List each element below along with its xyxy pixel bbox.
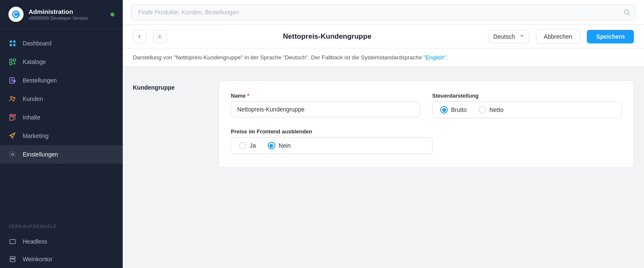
svg-rect-5 [10,59,12,61]
name-label: Name * [231,93,420,99]
svg-rect-4 [13,44,16,46]
form-layout: Kundengruppe Name * Steuerdarstellung [123,67,644,181]
tax-radio-group: Brutto Netto [432,101,622,118]
hide-prices-ja-option[interactable]: Ja [239,142,256,149]
svg-point-19 [159,36,161,37]
page-title: Nettopreis-Kundengruppe [173,32,481,41]
sales-channels-title: Verkaufskanäle [0,216,123,233]
sidebar-item-label: Kataloge [23,58,46,65]
marketing-icon [8,132,17,140]
svg-rect-12 [10,114,16,116]
info-link[interactable]: "English" [424,54,446,61]
language-select[interactable]: Deutsch English [488,30,529,43]
sidebar-item-einstellungen[interactable]: Einstellungen [0,145,123,164]
sidebar-item-label: Inhalte [23,114,40,121]
save-button[interactable]: Speichern [587,30,634,43]
cancel-button[interactable]: Abbrechen [536,29,581,44]
netto-label: Netto [489,106,503,113]
main-content: Nettopreis-Kundengruppe Deutsch English … [123,0,644,268]
sidebar-item-label: Marketing [23,133,48,139]
sidebar-item-dashboard[interactable]: Dashboard [0,34,123,53]
search-input[interactable] [131,4,636,20]
sales-channel-headless[interactable]: Headless [0,233,123,250]
hide-prices-nein-option[interactable]: Nein [268,142,291,149]
svg-rect-13 [10,117,13,120]
sidebar-item-inhalte[interactable]: Inhalte [0,108,123,127]
form-row-hideprices: Preise im Frontend ausblenden Ja Nein [231,128,622,154]
sidebar-item-label: Einstellungen [23,151,58,158]
brutto-radio[interactable] [440,106,448,114]
svg-point-18 [624,10,629,14]
svg-point-11 [13,97,15,99]
ja-radio[interactable] [239,142,246,149]
weinkontor-icon [8,255,17,263]
sidebar-item-label: Dashboard [23,40,52,47]
app-version: v9999999 Developer Version [29,16,88,21]
info-text-before: Darstellung von "Nettopreis-Kundengruppe… [133,54,424,61]
sidebar: Administration v9999999 Developer Versio… [0,0,123,268]
svg-rect-1 [10,40,12,42]
sidebar-item-marketing[interactable]: Marketing [0,127,123,145]
bestellungen-icon [8,76,17,85]
nein-radio[interactable] [268,142,275,149]
brutto-label: Brutto [451,106,467,113]
sidebar-item-label: Kunden [23,96,43,102]
svg-point-10 [11,96,13,98]
sales-channel-weinkontor[interactable]: Weinkontor [0,250,123,268]
sidebar-item-kataloge[interactable]: Kataloge [0,53,123,71]
name-input[interactable] [231,101,420,117]
search-icon[interactable] [623,8,631,16]
app-logo [8,7,24,22]
svg-rect-9 [13,80,16,82]
sales-channels-section: Verkaufskanäle Headless Weinkontor [0,216,123,268]
logo-icon [11,10,21,19]
kataloge-icon [8,58,17,66]
topbar [123,0,644,25]
hide-prices-label: Preise im Frontend ausblenden [231,128,433,135]
tax-field-group: Steuerdarstellung Brutto Netto [432,93,622,118]
page-settings-button[interactable] [153,30,166,43]
info-bar: Darstellung von "Nettopreis-Kundengruppe… [123,48,644,67]
nein-label: Nein [279,142,291,149]
kunden-icon [8,95,17,103]
sidebar-item-kunden[interactable]: Kunden [0,90,123,108]
netto-radio[interactable] [478,106,486,114]
sales-channel-label: Headless [23,238,47,245]
form-row-name-tax: Name * Steuerdarstellung Brutto [231,93,622,118]
hide-prices-radio-group: Ja Nein [231,137,433,154]
info-text-after: . [446,54,448,61]
svg-rect-15 [10,240,16,244]
app-name: Administration [29,8,88,16]
inhalte-icon [8,113,17,122]
form-section-label: Kundengruppe [133,84,175,91]
svg-rect-17 [10,259,15,262]
add-sales-channel-button[interactable] [108,223,114,230]
page-header: Nettopreis-Kundengruppe Deutsch English … [123,25,644,48]
name-field-group: Name * [231,93,420,118]
headless-icon [8,237,17,246]
svg-rect-6 [13,59,16,61]
language-selector-wrap: Deutsch English [488,30,529,43]
sales-channel-label: Weinkontor [23,256,53,263]
sidebar-item-bestellungen[interactable]: Bestellungen [0,71,123,90]
svg-point-0 [12,11,20,18]
dashboard-icon [8,39,17,48]
svg-point-14 [12,154,14,156]
app-info: Administration v9999999 Developer Versio… [29,8,88,21]
einstellungen-icon [8,150,17,159]
svg-rect-2 [13,40,16,42]
hide-prices-group: Preise im Frontend ausblenden Ja Nein [231,128,433,154]
form-section-label-col: Kundengruppe [133,80,209,91]
tax-label: Steuerdarstellung [432,93,622,99]
sidebar-header: Administration v9999999 Developer Versio… [0,0,123,29]
online-indicator [111,13,114,16]
tax-netto-option[interactable]: Netto [478,106,503,114]
svg-rect-3 [10,44,12,46]
required-star: * [245,93,249,99]
tax-brutto-option[interactable]: Brutto [440,106,467,114]
main-nav: Dashboard Kataloge Bestellungen Kunden [0,29,123,216]
sidebar-item-label: Bestellungen [23,77,57,84]
back-button[interactable] [133,30,146,43]
svg-rect-7 [10,63,12,65]
content-area: Darstellung von "Nettopreis-Kundengruppe… [123,48,644,268]
